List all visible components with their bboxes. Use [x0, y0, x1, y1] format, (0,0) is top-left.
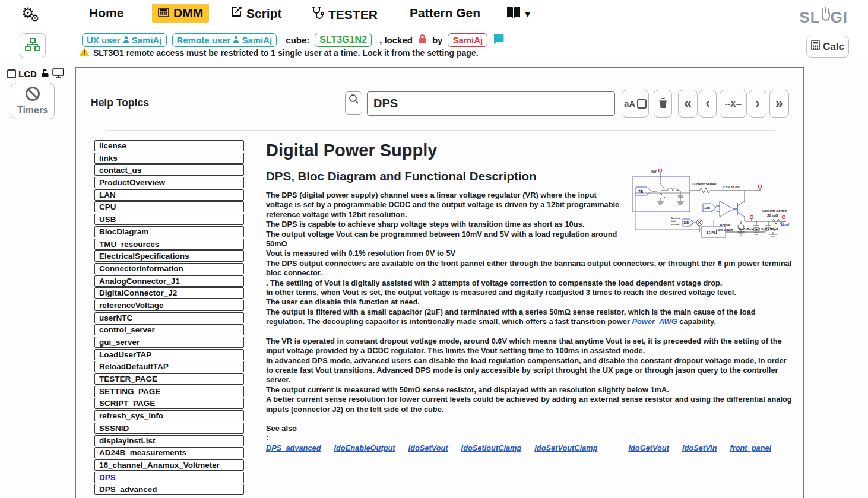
help-topic-item[interactable]: BlocDiagram: [94, 226, 244, 237]
monitor-icon: [52, 68, 64, 80]
help-topic-item[interactable]: ConnectorInformation: [94, 263, 244, 274]
remote-user-badge[interactable]: Remote user SamiAj: [172, 33, 277, 47]
help-topic-item[interactable]: TESTER_PAGE: [94, 373, 244, 385]
nav-dmm[interactable]: DMM: [152, 4, 209, 23]
calc-button[interactable]: Calc: [806, 36, 849, 58]
power-awg-link[interactable]: Power_AWG: [632, 317, 677, 326]
help-topic-item[interactable]: refresh_sys_info: [94, 410, 244, 421]
page-indicator-button[interactable]: --X--: [720, 90, 747, 118]
book-icon: [506, 6, 521, 22]
search-input[interactable]: [367, 91, 615, 116]
lcd-row: LCD: [7, 68, 64, 80]
schem-pulldown-label: Pull Down: [716, 228, 733, 231]
schem-soft-enable-label: Soft Enable: [739, 227, 759, 231]
see-also-link[interactable]: DPS_advanced: [266, 443, 321, 452]
clear-search-button[interactable]: [654, 90, 672, 118]
prev-page-button[interactable]: ‹: [699, 90, 717, 118]
chat-icon[interactable]: [493, 34, 504, 46]
cube-id-badge[interactable]: SLT3G1N2: [315, 33, 372, 47]
schem-cap1-label: 2.2µF: [758, 227, 768, 231]
help-topic-item[interactable]: control_server: [94, 324, 244, 335]
search-icon: [349, 94, 359, 107]
nav-home-label: Home: [89, 6, 123, 20]
see-also-link[interactable]: ldoSetVout: [408, 443, 448, 452]
see-also-link[interactable]: ldoSetVin: [682, 443, 717, 452]
help-topic-item[interactable]: contact_us: [94, 164, 244, 176]
book-caret: ▾: [525, 9, 530, 20]
nav-tester-label: TESTER: [328, 8, 378, 22]
help-topic-item[interactable]: SETTING_PAGE: [94, 386, 244, 397]
nav-home[interactable]: Home: [89, 6, 123, 20]
help-topic-item[interactable]: SCRIPT_PAGE: [94, 398, 244, 409]
schem-cpu-label: CPU: [707, 230, 717, 236]
cube-label: cube:: [286, 35, 309, 45]
help-topic-item[interactable]: ProductOverview: [94, 177, 244, 188]
chevron-left-icon: ‹: [705, 97, 710, 110]
help-topic-item[interactable]: SSSNID: [94, 423, 244, 434]
schem-12b2-label: 12B: [683, 221, 689, 224]
schem-sense50-title: Current Sense: [762, 209, 787, 212]
timers-button[interactable]: Timers: [11, 83, 55, 119]
help-topics-title: Help Topics: [91, 97, 149, 109]
help-topic-item[interactable]: ElectricalSpecifications: [94, 250, 244, 262]
paragraph-1-tail-after: capability.: [677, 317, 716, 326]
search-button[interactable]: [345, 91, 362, 115]
see-also-link[interactable]: ldoSetIoutClamp: [461, 443, 522, 452]
lcd-checkbox[interactable]: [7, 69, 16, 78]
see-also-link[interactable]: ldoEnableOutput: [334, 443, 395, 452]
next-page-button[interactable]: ›: [749, 90, 766, 118]
first-page-button[interactable]: «: [678, 90, 698, 118]
timers-label: Timers: [17, 105, 48, 116]
help-topic-item[interactable]: CPU: [94, 201, 244, 212]
schem-range-label: 0.8V to 6V: [723, 185, 740, 189]
help-topic-item[interactable]: AD24B_measurements: [94, 447, 244, 458]
nav-pattern-gen[interactable]: Pattern Gen: [410, 6, 480, 20]
help-topic-item[interactable]: 16_channel_Anamux_Voltmeter: [94, 459, 244, 471]
double-chevron-right-icon: »: [775, 97, 783, 110]
nav-script[interactable]: Script: [230, 6, 282, 21]
help-topic-item[interactable]: TMU_resources: [94, 239, 244, 250]
open-lock-icon: [40, 68, 50, 80]
help-topic-item[interactable]: gui_server: [94, 337, 244, 348]
help-topic-item[interactable]: displayInstList: [94, 435, 244, 446]
see-also-links: : DPS_advancedldoEnableOutputldoSetVoutl…: [266, 433, 792, 453]
help-topic-item[interactable]: referenceVoltage: [94, 300, 244, 311]
nav-tester[interactable]: TESTER: [311, 6, 378, 23]
nav-book-menu[interactable]: ▾: [506, 6, 530, 22]
help-topic-item[interactable]: links: [94, 153, 244, 164]
app-header: ⚙⚙ Home DMM Script TESTER Pattern Gen ▾ …: [0, 0, 868, 61]
warning-row: ! SLT3G1 remote access must be restricte…: [79, 47, 479, 58]
schem-active-label: Active: [719, 223, 731, 227]
pencil-square-icon: [230, 6, 242, 21]
warning-text: SLT3G1 remote access must be restricted …: [93, 48, 479, 58]
see-also-link[interactable]: front_panel: [730, 443, 771, 452]
help-topic-item[interactable]: USB: [94, 214, 244, 225]
remote-user-name: SamiAj: [242, 35, 272, 45]
locked-by-badge[interactable]: SamiAj: [448, 33, 487, 47]
help-topic-item[interactable]: LoadUserTAP: [94, 349, 244, 360]
settings-gears-icon[interactable]: ⚙⚙: [21, 5, 39, 24]
person-icon: [122, 35, 130, 45]
network-button[interactable]: [20, 33, 46, 58]
remote-user-label: Remote user: [177, 35, 231, 45]
help-topic-item[interactable]: LAN: [94, 189, 244, 201]
see-also-prefix: :: [266, 433, 268, 442]
help-topic-item[interactable]: DPS_advanced: [94, 484, 244, 495]
help-topic-item[interactable]: DigitalConnector_J2: [94, 287, 244, 299]
help-topic-item[interactable]: userNTC: [94, 312, 244, 323]
case-toggle-checkbox[interactable]: [637, 99, 647, 109]
article-body: 9V 7B Current Sense 0.8V to 6V 12B Activ…: [266, 191, 792, 453]
see-also-link[interactable]: ldoGetVout: [628, 443, 669, 452]
last-page-button[interactable]: »: [769, 90, 789, 118]
help-topic-item[interactable]: AnalogConnector_J1: [94, 275, 244, 287]
help-topic-item[interactable]: license: [94, 140, 244, 151]
dps-block-diagram: 9V 7B Current Sense 0.8V to 6V 12B Activ…: [631, 167, 792, 238]
ux-user-badge[interactable]: UX user SamiAj: [82, 33, 167, 47]
logo-right: GI: [831, 8, 848, 27]
help-topic-item[interactable]: DPS: [94, 472, 244, 483]
calculator-icon: [811, 40, 820, 53]
help-topic-item[interactable]: ReloadDefaultTAP: [94, 361, 244, 372]
nav-script-label: Script: [246, 7, 282, 21]
see-also-link[interactable]: ldoSetVoutClamp: [534, 443, 597, 452]
case-sensitive-toggle[interactable]: aA: [622, 90, 649, 118]
